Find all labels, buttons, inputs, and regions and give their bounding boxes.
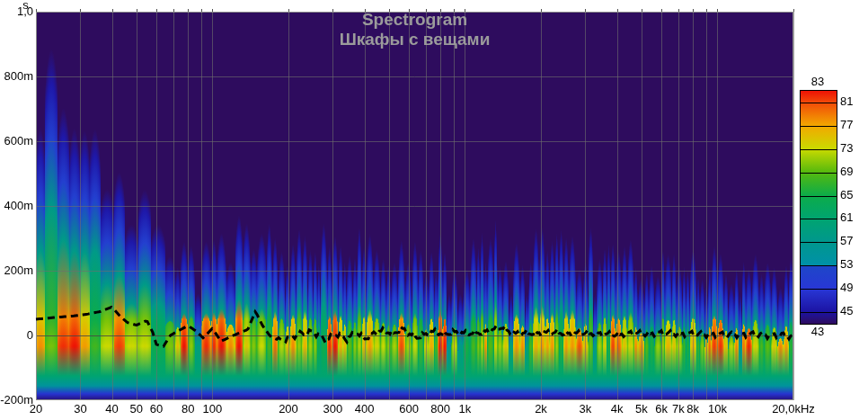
- color-scale-divider: [801, 265, 837, 266]
- y-axis-tick-label: 600m: [0, 135, 33, 147]
- color-scale-min-label: 43: [799, 326, 837, 338]
- color-scale-tick-label: 73: [840, 142, 853, 155]
- y-axis-tick-label: 1,0: [0, 5, 33, 18]
- color-scale-bar: [800, 90, 837, 325]
- color-scale-divider: [801, 173, 837, 174]
- x-axis-tick-label: 20,0kHz: [762, 403, 825, 416]
- y-axis-tick-label: 200m: [0, 264, 33, 277]
- y-axis-tick-label: 0: [0, 329, 33, 342]
- color-scale-divider: [801, 312, 837, 313]
- y-axis-tick-label: 800m: [0, 70, 33, 83]
- x-axis-tick-label: 100: [181, 403, 244, 416]
- color-scale-tick-label: 57: [840, 235, 853, 247]
- color-scale-tick-label: 49: [840, 281, 853, 294]
- color-scale-tick-label: 81: [840, 95, 853, 108]
- color-scale-tick-label: 69: [840, 165, 853, 178]
- color-scale-divider: [801, 126, 837, 127]
- color-scale-tick-label: 45: [840, 305, 853, 317]
- x-axis-tick-label: 10k: [686, 403, 748, 416]
- color-scale-tick-label: 77: [840, 119, 853, 131]
- color-scale-tick-label: 65: [840, 189, 853, 201]
- color-scale-tick-label: 53: [840, 258, 853, 271]
- color-scale-tick-label: 61: [840, 211, 853, 224]
- color-scale-divider: [801, 196, 837, 197]
- x-axis-tick-label: 1k: [433, 403, 496, 416]
- color-scale-divider: [801, 289, 837, 290]
- color-scale-divider: [801, 149, 837, 150]
- color-scale-divider: [801, 242, 837, 243]
- color-scale-divider: [801, 103, 837, 103]
- color-scale-divider: [801, 219, 837, 219]
- spectrogram-figure: Spectrogram Шкафы с вещами s 1,0800m600m…: [0, 0, 868, 420]
- color-scale-max-label: 83: [799, 76, 837, 88]
- y-axis-tick-label: 400m: [0, 200, 33, 212]
- spectrogram-canvas: [0, 0, 868, 420]
